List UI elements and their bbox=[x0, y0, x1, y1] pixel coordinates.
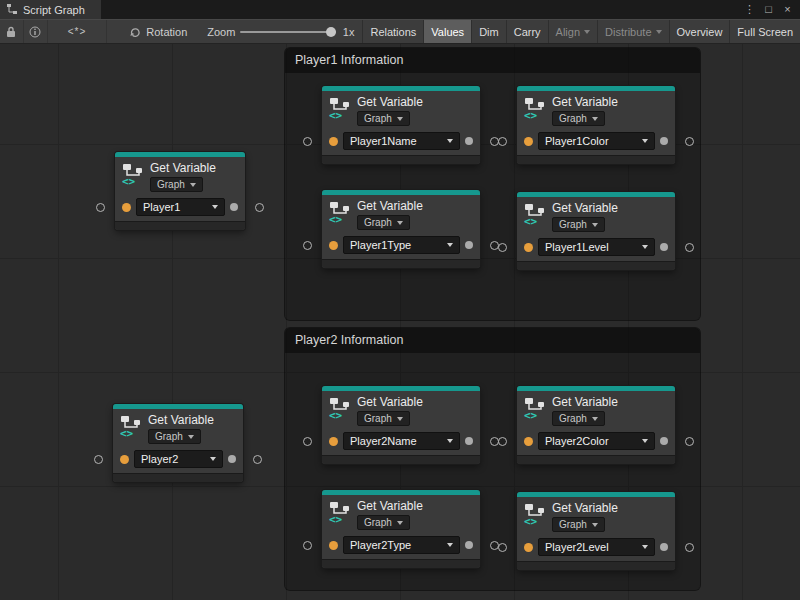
graph-canvas[interactable]: Player1 Information Player2 Information … bbox=[0, 44, 800, 600]
value-output-dot[interactable] bbox=[465, 241, 473, 249]
group-header[interactable]: Player1 Information bbox=[285, 48, 700, 73]
get-variable-node-player1type[interactable]: <> Get Variable Graph Player1Type bbox=[322, 190, 480, 268]
value-output-dot[interactable] bbox=[660, 437, 668, 445]
window-menu-button[interactable]: ⋮ bbox=[742, 2, 757, 17]
distribute-dropdown-button[interactable]: Distribute bbox=[597, 20, 668, 43]
node-footer bbox=[322, 155, 480, 164]
right-connection-port[interactable] bbox=[685, 243, 694, 252]
relations-button[interactable]: Relations bbox=[362, 20, 423, 43]
name-input-port[interactable] bbox=[329, 541, 338, 550]
overview-button[interactable]: Overview bbox=[669, 20, 730, 43]
value-output-dot[interactable] bbox=[230, 203, 238, 211]
get-variable-node-player2type[interactable]: <> Get Variable Graph Player2Type bbox=[322, 490, 480, 568]
value-output-dot[interactable] bbox=[465, 541, 473, 549]
left-connection-port[interactable] bbox=[94, 455, 103, 464]
get-variable-node-player1color[interactable]: <> Get Variable Graph Player1Color bbox=[517, 86, 675, 164]
name-input-port[interactable] bbox=[524, 243, 533, 252]
left-connection-port[interactable] bbox=[303, 241, 312, 250]
name-input-port[interactable] bbox=[329, 241, 338, 250]
name-input-port[interactable] bbox=[524, 437, 533, 446]
right-connection-port[interactable] bbox=[255, 203, 264, 212]
lock-button[interactable] bbox=[0, 20, 24, 43]
node-footer bbox=[322, 559, 480, 568]
get-variable-node-player2name[interactable]: <> Get Variable Graph Player2Name bbox=[322, 386, 480, 464]
value-output-dot[interactable] bbox=[660, 137, 668, 145]
right-connection-port[interactable] bbox=[253, 455, 262, 464]
svg-text:<>: <> bbox=[329, 213, 343, 224]
left-connection-port[interactable] bbox=[498, 543, 507, 552]
node-title: Get Variable bbox=[552, 95, 618, 109]
get-variable-node-player1level[interactable]: <> Get Variable Graph Player1Level bbox=[517, 192, 675, 270]
full-screen-button[interactable]: Full Screen bbox=[729, 20, 800, 43]
right-connection-port[interactable] bbox=[685, 437, 694, 446]
get-variable-node-player2color[interactable]: <> Get Variable Graph Player2Color bbox=[517, 386, 675, 464]
name-input-port[interactable] bbox=[329, 137, 338, 146]
left-connection-port[interactable] bbox=[303, 437, 312, 446]
graph-scope-dropdown[interactable]: Graph bbox=[552, 217, 605, 232]
variable-name-dropdown[interactable]: Player2Level bbox=[538, 538, 655, 556]
name-input-port[interactable] bbox=[120, 455, 129, 464]
graph-scope-dropdown[interactable]: Graph bbox=[150, 177, 203, 192]
get-variable-node-player2level[interactable]: <> Get Variable Graph Player2Level bbox=[517, 492, 675, 570]
variable-name-dropdown[interactable]: Player1Type bbox=[343, 236, 460, 254]
svg-text:<>: <> bbox=[524, 109, 538, 120]
variable-name-dropdown[interactable]: Player2 bbox=[134, 450, 223, 468]
variable-name-dropdown[interactable]: Player2Color bbox=[538, 432, 655, 450]
get-variable-node-player2[interactable]: <> Get Variable Graph Player2 bbox=[113, 404, 243, 482]
right-connection-port[interactable] bbox=[685, 137, 694, 146]
get-variable-node-player1[interactable]: <> Get Variable Graph Player1 bbox=[115, 152, 245, 230]
value-output-dot[interactable] bbox=[465, 137, 473, 145]
graph-scope-dropdown[interactable]: Graph bbox=[357, 411, 410, 426]
value-output-dot[interactable] bbox=[660, 543, 668, 551]
get-variable-node-player1name[interactable]: <> Get Variable Graph Player1Name bbox=[322, 86, 480, 164]
values-button[interactable]: Values bbox=[423, 20, 471, 43]
graph-scope-dropdown[interactable]: Graph bbox=[357, 515, 410, 530]
graph-scope-dropdown[interactable]: Graph bbox=[552, 517, 605, 532]
value-output-dot[interactable] bbox=[228, 455, 236, 463]
tab-script-graph[interactable]: Script Graph bbox=[0, 0, 101, 19]
left-connection-port[interactable] bbox=[303, 541, 312, 550]
tab-bar: Script Graph ⋮ □ × bbox=[0, 0, 800, 19]
graph-scope-dropdown[interactable]: Graph bbox=[148, 429, 201, 444]
left-connection-port[interactable] bbox=[498, 243, 507, 252]
graph-scope-dropdown[interactable]: Graph bbox=[552, 411, 605, 426]
variable-name-dropdown[interactable]: Player2Type bbox=[343, 536, 460, 554]
variable-name-dropdown[interactable]: Player1Name bbox=[343, 132, 460, 150]
right-connection-port[interactable] bbox=[685, 543, 694, 552]
dim-label: Dim bbox=[479, 26, 499, 38]
left-connection-port[interactable] bbox=[498, 137, 507, 146]
node-title: Get Variable bbox=[357, 199, 423, 213]
align-dropdown-button[interactable]: Align bbox=[548, 20, 597, 43]
script-graph-window: Script Graph ⋮ □ × <*> Rotation Zoom 1x … bbox=[0, 0, 800, 600]
dropdown-arrow-icon bbox=[397, 117, 403, 121]
name-input-port[interactable] bbox=[329, 437, 338, 446]
zoom-slider-knob[interactable] bbox=[326, 27, 336, 37]
left-connection-port[interactable] bbox=[96, 203, 105, 212]
window-close-button[interactable]: × bbox=[780, 2, 795, 17]
variable-name-dropdown[interactable]: Player1Color bbox=[538, 132, 655, 150]
window-maximize-button[interactable]: □ bbox=[761, 2, 776, 17]
variable-name-dropdown[interactable]: Player1Level bbox=[538, 238, 655, 256]
unit-selector-button[interactable]: <*> bbox=[48, 20, 108, 43]
variable-name-value: Player1Level bbox=[545, 241, 609, 253]
info-button[interactable] bbox=[24, 20, 48, 43]
variable-name-dropdown[interactable]: Player1 bbox=[136, 198, 225, 216]
name-input-port[interactable] bbox=[122, 203, 131, 212]
value-output-dot[interactable] bbox=[660, 243, 668, 251]
left-connection-port[interactable] bbox=[303, 137, 312, 146]
value-output-dot[interactable] bbox=[465, 437, 473, 445]
rotation-control[interactable]: Rotation bbox=[121, 26, 195, 38]
dim-button[interactable]: Dim bbox=[471, 20, 506, 43]
carry-button[interactable]: Carry bbox=[506, 20, 548, 43]
variable-name-value: Player2 bbox=[141, 453, 178, 465]
graph-scope-dropdown[interactable]: Graph bbox=[552, 111, 605, 126]
variable-name-dropdown[interactable]: Player2Name bbox=[343, 432, 460, 450]
zoom-slider[interactable] bbox=[240, 26, 335, 38]
graph-scope-value: Graph bbox=[364, 217, 392, 228]
graph-scope-dropdown[interactable]: Graph bbox=[357, 111, 410, 126]
group-header[interactable]: Player2 Information bbox=[285, 328, 700, 353]
graph-scope-dropdown[interactable]: Graph bbox=[357, 215, 410, 230]
name-input-port[interactable] bbox=[524, 543, 533, 552]
left-connection-port[interactable] bbox=[498, 437, 507, 446]
name-input-port[interactable] bbox=[524, 137, 533, 146]
